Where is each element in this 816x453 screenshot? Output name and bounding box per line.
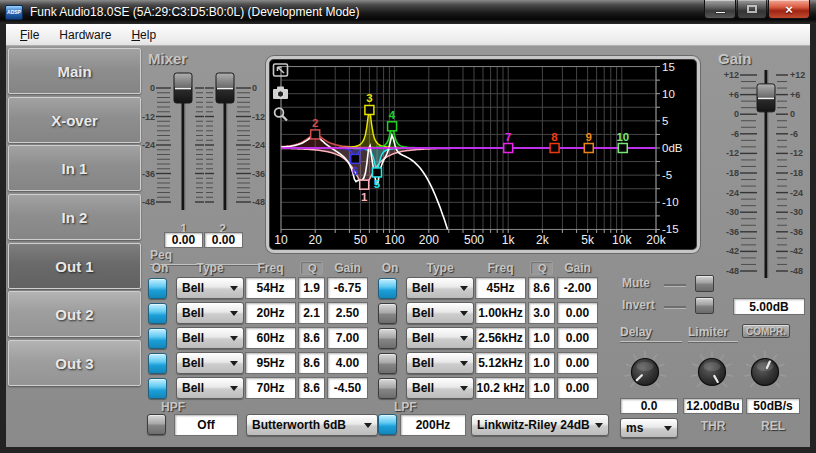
peq-q-value[interactable] bbox=[528, 377, 555, 399]
compressor-button[interactable]: COMPR. bbox=[742, 324, 790, 338]
sidebar-item-in-1[interactable]: In 1 bbox=[8, 145, 141, 191]
peq-type-select[interactable]: Bell bbox=[406, 277, 474, 299]
gain-fader-handle[interactable] bbox=[757, 84, 775, 112]
peq-gain-value[interactable] bbox=[557, 352, 598, 374]
compressor-release-knob[interactable] bbox=[743, 350, 787, 394]
peq-marker-5[interactable] bbox=[373, 168, 382, 177]
peq-marker-10[interactable] bbox=[618, 144, 627, 153]
peq-type-select[interactable]: Bell bbox=[406, 327, 474, 349]
delay-value[interactable] bbox=[620, 398, 678, 414]
invert-button[interactable] bbox=[695, 297, 714, 314]
peq-freq-value[interactable] bbox=[475, 302, 526, 324]
sidebar-item-out-1[interactable]: Out 1 bbox=[8, 243, 141, 289]
peq-freq-value[interactable] bbox=[475, 377, 526, 399]
peq-q-value[interactable] bbox=[298, 302, 325, 324]
sidebar-item-out-2[interactable]: Out 2 bbox=[8, 291, 141, 337]
peq-on-checkbox[interactable] bbox=[148, 353, 167, 374]
mixer-fader-2-handle[interactable] bbox=[216, 73, 234, 103]
peq-gain-value[interactable] bbox=[557, 377, 598, 399]
lpf-enable-checkbox[interactable] bbox=[378, 414, 397, 435]
peq-freq-value[interactable] bbox=[475, 277, 526, 299]
close-button[interactable]: × bbox=[768, 0, 810, 19]
peq-on-checkbox[interactable] bbox=[378, 378, 397, 399]
peq-on-checkbox[interactable] bbox=[378, 303, 397, 324]
peq-on-checkbox[interactable] bbox=[378, 278, 397, 299]
peq-marker-1[interactable] bbox=[360, 180, 369, 189]
compressor-release-value[interactable] bbox=[746, 398, 800, 414]
peq-type-select[interactable]: Bell bbox=[406, 352, 474, 374]
peq-q-value[interactable] bbox=[298, 327, 325, 349]
peq-on-checkbox[interactable] bbox=[378, 353, 397, 374]
peq-header-q[interactable]: Q bbox=[530, 261, 553, 275]
snapshot-camera-icon[interactable] bbox=[272, 84, 290, 101]
peq-gain-value[interactable] bbox=[557, 277, 598, 299]
peq-freq-value[interactable] bbox=[475, 327, 526, 349]
lpf-freq-value[interactable] bbox=[400, 414, 466, 436]
sidebar-item-in-2[interactable]: In 2 bbox=[8, 194, 141, 240]
peq-gain-value[interactable] bbox=[327, 277, 368, 299]
lpf-type-select[interactable]: Linkwitz-Riley 24dB bbox=[471, 414, 609, 436]
peq-q-value[interactable] bbox=[298, 377, 325, 399]
hpf-freq-value[interactable] bbox=[174, 414, 238, 436]
sidebar-item-main[interactable]: Main bbox=[8, 48, 141, 94]
peq-freq-value[interactable] bbox=[245, 377, 296, 399]
sidebar-item-x-over[interactable]: X-over bbox=[8, 97, 141, 143]
peq-type-select[interactable]: Bell bbox=[176, 377, 244, 399]
peq-gain-value[interactable] bbox=[557, 327, 598, 349]
peq-marker-6[interactable] bbox=[351, 154, 360, 163]
peq-type-select[interactable]: Bell bbox=[176, 302, 244, 324]
peq-marker-3[interactable] bbox=[365, 105, 374, 114]
peq-type-select[interactable]: Bell bbox=[406, 377, 474, 399]
peq-gain-value[interactable] bbox=[557, 302, 598, 324]
peq-q-value[interactable] bbox=[528, 327, 555, 349]
peq-type-select[interactable]: Bell bbox=[406, 302, 474, 324]
mute-button[interactable] bbox=[695, 275, 714, 292]
zoom-tool-icon[interactable] bbox=[272, 106, 290, 123]
menu-file[interactable]: File bbox=[10, 25, 49, 45]
peq-marker-2[interactable] bbox=[311, 130, 320, 139]
peq-header-q[interactable]: Q bbox=[300, 261, 323, 275]
minimize-button[interactable] bbox=[704, 0, 736, 19]
pan-tool-icon[interactable] bbox=[272, 62, 290, 79]
peq-marker-4[interactable] bbox=[388, 122, 397, 131]
peq-q-value[interactable] bbox=[528, 277, 555, 299]
mixer-faders[interactable]: 00-12-12-24-24-36-36-48-48 bbox=[138, 64, 266, 234]
peq-type-select[interactable]: Bell bbox=[176, 352, 244, 374]
mixer-fader-1-handle[interactable] bbox=[174, 73, 192, 103]
limiter-threshold-knob[interactable] bbox=[690, 350, 734, 394]
delay-unit-select[interactable]: ms bbox=[620, 418, 678, 438]
peq-freq-value[interactable] bbox=[245, 277, 296, 299]
limiter-threshold-value[interactable] bbox=[683, 398, 743, 414]
eq-graph[interactable]: 123456789101020501002005001k2k5k10k20k15… bbox=[266, 56, 700, 253]
peq-gain-value[interactable] bbox=[327, 327, 368, 349]
peq-q-value[interactable] bbox=[298, 277, 325, 299]
mixer-ch1-value[interactable] bbox=[164, 232, 203, 248]
peq-marker-8[interactable] bbox=[550, 144, 559, 153]
peq-gain-value[interactable] bbox=[327, 377, 368, 399]
peq-type-select[interactable]: Bell bbox=[176, 277, 244, 299]
hpf-enable-checkbox[interactable] bbox=[147, 414, 166, 435]
peq-gain-value[interactable] bbox=[327, 302, 368, 324]
peq-marker-9[interactable] bbox=[584, 144, 593, 153]
peq-freq-value[interactable] bbox=[245, 327, 296, 349]
peq-on-checkbox[interactable] bbox=[148, 378, 167, 399]
mixer-ch2-value[interactable] bbox=[204, 232, 243, 248]
hpf-type-select[interactable]: Butterworth 6dB bbox=[246, 414, 378, 436]
peq-freq-value[interactable] bbox=[245, 302, 296, 324]
menu-help[interactable]: Help bbox=[121, 25, 166, 45]
peq-freq-value[interactable] bbox=[245, 352, 296, 374]
peq-on-checkbox[interactable] bbox=[148, 278, 167, 299]
peq-on-checkbox[interactable] bbox=[148, 303, 167, 324]
gain-fader[interactable]: +12+12+6+600-6-6-12-12-18-18-24-24-30-30… bbox=[713, 64, 810, 298]
menu-hardware[interactable]: Hardware bbox=[49, 25, 121, 45]
peq-q-value[interactable] bbox=[298, 352, 325, 374]
peq-gain-value[interactable] bbox=[327, 352, 368, 374]
sidebar-item-out-3[interactable]: Out 3 bbox=[8, 340, 141, 386]
peq-on-checkbox[interactable] bbox=[378, 328, 397, 349]
delay-knob[interactable] bbox=[623, 350, 667, 394]
peq-type-select[interactable]: Bell bbox=[176, 327, 244, 349]
maximize-button[interactable] bbox=[737, 0, 767, 19]
peq-on-checkbox[interactable] bbox=[148, 328, 167, 349]
gain-value[interactable] bbox=[733, 298, 805, 315]
peq-q-value[interactable] bbox=[528, 352, 555, 374]
